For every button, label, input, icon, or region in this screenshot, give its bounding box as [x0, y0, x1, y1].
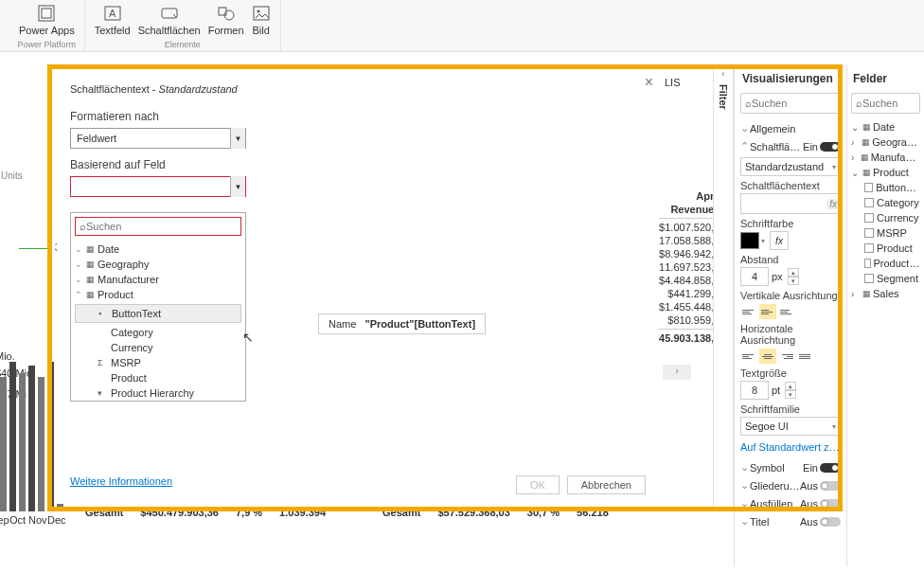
- section-allgemein[interactable]: ⌄Allgemein: [740, 119, 841, 137]
- state-select[interactable]: Standardzustand▾: [740, 157, 841, 176]
- toggle-titel[interactable]: [820, 517, 841, 527]
- toggle-outline[interactable]: [820, 481, 841, 491]
- svg-rect-1: [42, 9, 51, 18]
- format-by-select[interactable]: Feldwert▼: [70, 128, 246, 149]
- ribbon: Power Apps Power Platform ATextfeld Scha…: [0, 0, 924, 52]
- fields-column[interactable]: Product Hierarchy: [851, 256, 920, 271]
- section-gliederung[interactable]: ⌄GliederungAus: [740, 476, 841, 494]
- halign-right[interactable]: [778, 349, 795, 364]
- ribbon-textfeld[interactable]: ATextfeld: [91, 2, 134, 38]
- viz-title: Visualisierungen: [740, 64, 841, 91]
- toggle-label: Aus: [800, 498, 818, 510]
- conditional-format-dialog: × Schaltflächentext - Standardzustand Fo…: [57, 68, 659, 504]
- ribbon-item-label: Textfeld: [95, 25, 131, 36]
- tree-leaf[interactable]: ▾Product Hierarchy: [75, 385, 241, 401]
- section-ausfuellen[interactable]: ⌄AusfüllenAus: [740, 494, 841, 512]
- label-font-color: Schriftfarbe: [740, 218, 841, 229]
- field-picker-search-input[interactable]: [86, 221, 237, 232]
- toggle-fill[interactable]: [820, 499, 841, 509]
- label-format-by: Formatieren nach: [70, 110, 646, 123]
- fields-search-input[interactable]: [862, 98, 915, 109]
- button-icon: [160, 4, 179, 23]
- ribbon-power-apps[interactable]: Power Apps: [15, 2, 79, 38]
- more-info-link[interactable]: Weitere Informationen: [70, 475, 172, 487]
- tree-node[interactable]: ⌃▦Product: [75, 287, 241, 302]
- fx-button-color[interactable]: fx: [770, 231, 789, 250]
- tree-leaf[interactable]: ▪ButtonText: [75, 304, 241, 323]
- section-schaltflaechentext[interactable]: ⌃Schaltfläc...Ein: [740, 137, 841, 155]
- filter-rail[interactable]: ‹ Filter: [713, 64, 734, 511]
- spacing-unit: px: [772, 271, 783, 282]
- text-size-input[interactable]: [740, 381, 769, 400]
- font-family-select[interactable]: Segoe UI▾: [740, 417, 841, 436]
- tree-leaf[interactable]: Product: [75, 370, 241, 385]
- fields-table[interactable]: ⌄▦Product: [851, 165, 920, 180]
- search-icon: ⌕: [856, 98, 862, 109]
- label-spacing: Abstand: [740, 254, 841, 265]
- tree-node[interactable]: ⌄▦Manufacturer: [75, 272, 241, 287]
- ribbon-schaltflaechen[interactable]: Schaltflächen: [134, 2, 204, 38]
- toggle-label: Aus: [800, 516, 818, 528]
- halign-left[interactable]: [740, 349, 757, 364]
- toggle-label: Aus: [800, 480, 818, 492]
- pager-next[interactable]: ›: [663, 365, 691, 380]
- valign-buttons: [740, 304, 841, 319]
- ribbon-group-caption: Elemente: [165, 40, 201, 49]
- fields-column[interactable]: ButtonText: [851, 180, 920, 195]
- fields-table[interactable]: ›▦Manufacturer: [851, 150, 920, 165]
- toggle-symbol[interactable]: [820, 463, 841, 473]
- visualizations-panel: Visualisierungen ⌕ ⌄Allgemein ⌃Schaltflä…: [734, 64, 846, 566]
- toggle-schaltfl[interactable]: [820, 142, 841, 152]
- tree-leaf[interactable]: Category: [75, 325, 241, 340]
- reset-link[interactable]: Auf Standardwert zurüc...: [740, 441, 841, 453]
- ribbon-group-power-platform: Power Apps Power Platform: [9, 0, 85, 51]
- background-chart: SepOctNovDec: [0, 350, 63, 526]
- spacing-input[interactable]: [740, 267, 769, 286]
- tree-node[interactable]: ⌄▦Geography: [75, 257, 241, 272]
- halign-buttons: [740, 349, 841, 364]
- tree-node[interactable]: ⌄▦Date: [75, 242, 241, 257]
- label-halign: Horizontale Ausrichtung: [740, 323, 841, 346]
- fields-table[interactable]: ›▦Geography: [851, 134, 920, 150]
- field-picker-search[interactable]: ⌕: [75, 217, 241, 236]
- fields-column[interactable]: Product: [851, 241, 920, 256]
- svg-point-8: [257, 10, 259, 13]
- label-text-size: Textgröße: [740, 367, 841, 379]
- fields-column[interactable]: MSRP: [851, 225, 920, 241]
- viz-search-input[interactable]: [752, 98, 836, 109]
- ribbon-item-label: Formen: [208, 25, 244, 36]
- fields-table[interactable]: ⌄▦Date: [851, 119, 920, 134]
- label-font-family: Schriftfamilie: [740, 403, 841, 415]
- ribbon-bild[interactable]: Bild: [248, 2, 275, 38]
- valign-bottom[interactable]: [778, 304, 795, 319]
- tree-leaf[interactable]: Currency: [75, 340, 241, 355]
- cancel-button[interactable]: Abbrechen: [567, 475, 646, 494]
- based-on-field-select[interactable]: ▼: [70, 176, 246, 197]
- spacing-stepper[interactable]: ▴▾: [788, 268, 799, 285]
- fields-search[interactable]: ⌕: [851, 93, 920, 114]
- ok-button[interactable]: OK: [516, 475, 560, 494]
- background-table: Apr Revenue $1.007.520,$17.058.588,$8.94…: [653, 189, 714, 345]
- ribbon-group-caption: Power Platform: [18, 40, 77, 49]
- shapes-icon: [217, 4, 236, 23]
- font-color-swatch[interactable]: [740, 232, 759, 249]
- fields-column[interactable]: Currency: [851, 210, 920, 225]
- valign-middle[interactable]: [759, 304, 776, 319]
- fields-column[interactable]: Segment: [851, 271, 920, 286]
- tree-leaf[interactable]: ΣMSRP: [75, 355, 241, 370]
- ribbon-formen[interactable]: Formen: [204, 2, 248, 38]
- text-size-stepper[interactable]: ▴▾: [785, 382, 796, 399]
- fields-table[interactable]: ›▦Sales: [851, 286, 920, 301]
- halign-justify[interactable]: [797, 349, 814, 364]
- dialog-close-button[interactable]: ×: [645, 74, 653, 91]
- section-symbol[interactable]: ⌄SymbolEin: [740, 458, 841, 476]
- btn-text-input[interactable]: fx: [740, 193, 841, 214]
- background-logo: LIS: [665, 74, 681, 89]
- halign-center[interactable]: [759, 349, 776, 364]
- section-titel[interactable]: ⌄TitelAus: [740, 512, 841, 530]
- fields-column[interactable]: Category: [851, 195, 920, 210]
- text-size-unit: pt: [772, 385, 780, 396]
- label-valign: Vertikale Ausrichtung: [740, 290, 841, 301]
- viz-search[interactable]: ⌕: [740, 93, 841, 114]
- valign-top[interactable]: [740, 304, 757, 319]
